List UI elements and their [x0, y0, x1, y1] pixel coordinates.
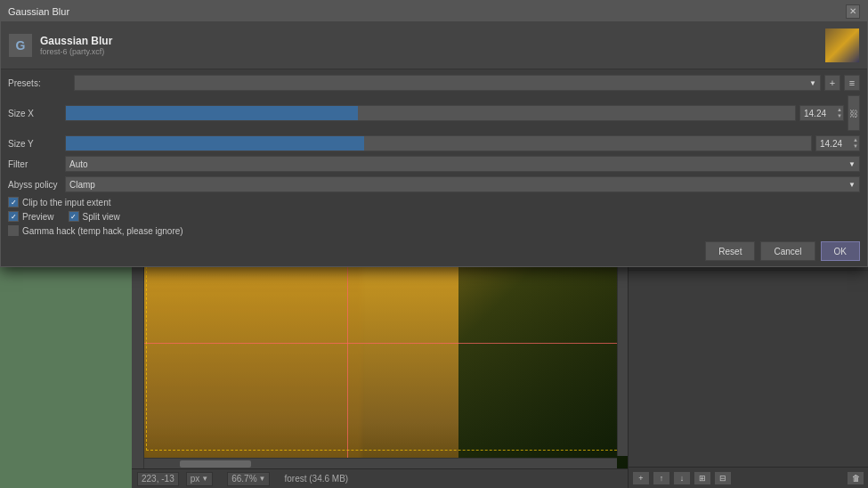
- blur-plugin-icon: G: [8, 33, 33, 58]
- lower-layer-button[interactable]: ↓: [673, 471, 691, 485]
- gaussian-blur-dialog: Gaussian Blur ✕ G Gaussian Blur forest-6…: [0, 0, 868, 267]
- size-x-row: Size X 14.24 ▲▼ ⛓: [8, 95, 860, 131]
- preview-row: ✓ Preview: [8, 211, 54, 222]
- delete-layer-button[interactable]: 🗑: [847, 471, 864, 485]
- size-y-slider[interactable]: [65, 135, 812, 151]
- link-xy-button[interactable]: ⛓: [848, 95, 860, 131]
- gamma-hack-row: Gamma hack (temp hack, please ignore): [8, 225, 860, 236]
- new-layer-button[interactable]: +: [632, 471, 650, 485]
- blur-plugin-name: Gaussian Blur: [40, 35, 817, 47]
- size-x-value: 14.24: [804, 109, 826, 118]
- layer-info: forest (34.6 MB): [284, 474, 348, 484]
- ok-button[interactable]: OK: [821, 241, 860, 261]
- size-y-arrows[interactable]: ▲▼: [853, 136, 858, 150]
- presets-row: Presets: ▼ + ≡: [8, 75, 860, 91]
- right-panel: ⬚ ■ T ☰ ◎ ⊞ ✏ 🔲 Gaussian Blur ✕ G Gauss: [628, 39, 868, 488]
- reset-button[interactable]: Reset: [705, 241, 755, 261]
- presets-label: Presets:: [8, 78, 70, 88]
- presets-combo[interactable]: ▼: [74, 75, 821, 91]
- size-x-slider[interactable]: [65, 105, 796, 121]
- abyss-arrow: ▼: [848, 181, 856, 189]
- unit-value: px: [191, 474, 200, 484]
- blur-dialog-titlebar: Gaussian Blur ✕: [1, 1, 867, 22]
- blur-body: Presets: ▼ + ≡ Size X 14: [1, 69, 867, 266]
- scrollbar-horizontal[interactable]: [144, 458, 617, 468]
- cancel-button[interactable]: Cancel: [760, 241, 815, 261]
- size-y-spinbox[interactable]: 14.24 ▲▼: [815, 135, 860, 151]
- split-view-label: Split view: [83, 212, 120, 222]
- preview-split-row: ✓ Preview ✓ Split view: [8, 211, 860, 225]
- coords-display: 223, -13: [137, 472, 179, 486]
- size-y-fill: [66, 136, 364, 150]
- zoom-display[interactable]: 66.7% ▼: [227, 472, 270, 486]
- unit-select[interactable]: px ▼: [186, 472, 213, 486]
- statusbar: 223, -13 px ▼ 66.7% ▼ forest (34.6 MB): [132, 468, 628, 488]
- abyss-combo[interactable]: Clamp ▼: [65, 176, 860, 192]
- abyss-value: Clamp: [69, 180, 95, 190]
- presets-add-button[interactable]: +: [824, 75, 840, 91]
- preview-label: Preview: [22, 212, 54, 222]
- layers-bottom: + ↑ ↓ ⊞ ⊟ 🗑: [629, 467, 868, 488]
- size-x-arrows[interactable]: ▲▼: [837, 106, 842, 120]
- zoom-value: 66.7%: [231, 474, 256, 484]
- blur-header: G Gaussian Blur forest-6 (party.xcf): [1, 22, 867, 69]
- size-x-label: Size X: [8, 109, 61, 118]
- preview-checkbox[interactable]: ✓: [8, 211, 19, 222]
- size-y-value: 14.24: [820, 139, 842, 149]
- filter-option-row: Filter Auto ▼: [8, 156, 860, 172]
- abyss-label: Abyss policy: [8, 180, 61, 190]
- zoom-arrow: ▼: [259, 475, 266, 483]
- clip-input-label: Clip to the input extent: [22, 198, 111, 207]
- blur-dialog-buttons: Reset Cancel OK: [8, 241, 860, 261]
- duplicate-layer-button[interactable]: ⊞: [694, 471, 711, 485]
- blur-plugin-sub: forest-6 (party.xcf): [40, 47, 817, 56]
- scrollbar-thumb-h[interactable]: [180, 460, 251, 468]
- presets-arrow: ▼: [809, 79, 816, 87]
- size-x-fill: [66, 106, 358, 120]
- split-view-checkbox[interactable]: ✓: [69, 211, 79, 222]
- gamma-hack-checkbox[interactable]: [8, 225, 19, 236]
- size-y-label: Size Y: [8, 139, 61, 149]
- filter-arrow: ▼: [848, 160, 856, 168]
- abyss-row: Abyss policy Clamp ▼: [8, 176, 860, 192]
- unit-arrow: ▼: [201, 475, 208, 483]
- filter-combo[interactable]: Auto ▼: [65, 156, 860, 172]
- coords-value: 223, -13: [142, 474, 174, 484]
- clip-input-checkbox[interactable]: ✓: [8, 197, 19, 207]
- size-x-spinbox[interactable]: 14.24 ▲▼: [799, 105, 844, 121]
- gamma-hack-label: Gamma hack (temp hack, please ignore): [22, 226, 183, 236]
- presets-menu-button[interactable]: ≡: [844, 75, 860, 91]
- blur-dialog-title: Gaussian Blur: [8, 6, 69, 17]
- raise-layer-button[interactable]: ↑: [653, 471, 670, 485]
- filter-value: Auto: [69, 159, 88, 169]
- size-y-row: Size Y 14.24 ▲▼: [8, 135, 860, 151]
- merge-layer-button[interactable]: ⊟: [714, 471, 732, 485]
- main-area: G ✥ ⬚ ◎ ⬡ ◇ ⬡ ↗ ↘ ⊹ ⌇ ✏ ✒ ⌂ ⊞ ✦ ▣ 🪣 ▲ T …: [0, 39, 868, 488]
- blur-header-text: Gaussian Blur forest-6 (party.xcf): [40, 35, 817, 56]
- blur-close-button[interactable]: ✕: [846, 4, 860, 19]
- blur-preview-thumb: [824, 28, 860, 63]
- filter-option-label: Filter: [8, 159, 61, 169]
- split-view-row: ✓ Split view: [69, 211, 120, 222]
- clip-input-row: ✓ Clip to the input extent: [8, 197, 860, 207]
